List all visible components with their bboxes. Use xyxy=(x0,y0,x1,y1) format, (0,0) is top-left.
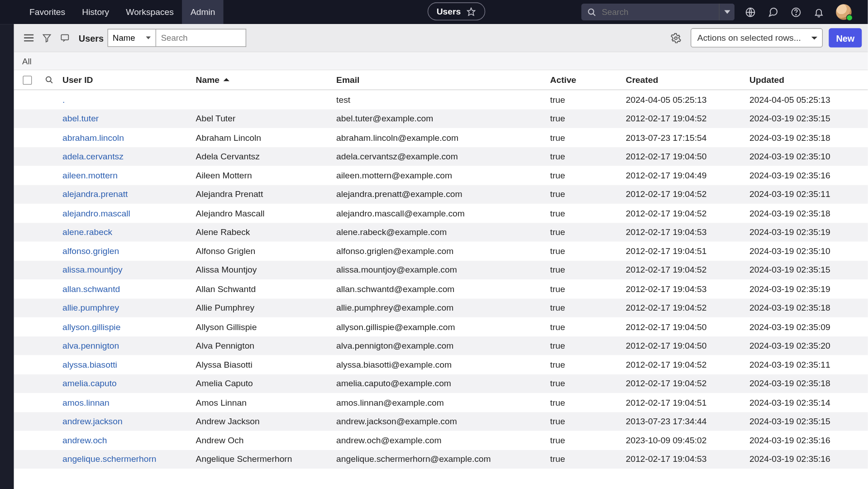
cell-created: 2012-02-17 19:04:52 xyxy=(626,379,749,388)
table-row[interactable]: alva.pennigtonAlva Pennigtonalva.pennigt… xyxy=(14,336,868,355)
select-all-checkbox[interactable] xyxy=(23,76,32,85)
nav-tab-workspaces[interactable]: Workspaces xyxy=(118,0,182,24)
menu-icon[interactable] xyxy=(20,29,38,47)
table-row[interactable]: angelique.schermerhornAngelique Schermer… xyxy=(14,450,868,469)
table-row[interactable]: alfonso.griglenAlfonso Griglenalfonso.gr… xyxy=(14,241,868,260)
filter-icon[interactable] xyxy=(38,29,56,47)
user-id-link[interactable]: allyson.gillispie xyxy=(62,322,120,331)
cell-updated: 2024-03-19 02:35:15 xyxy=(749,265,868,275)
cell-email: angelique.schermerhorn@example.com xyxy=(336,455,550,464)
cell-active: true xyxy=(550,436,626,445)
table-row[interactable]: amos.linnanAmos Linnanamos.linnan@exampl… xyxy=(14,393,868,412)
table-row[interactable]: alene.rabeckAlene Rabeckalene.rabeck@exa… xyxy=(14,223,868,242)
col-user-id[interactable]: User ID xyxy=(57,75,196,85)
user-id-link[interactable]: alejandro.mascall xyxy=(62,208,130,218)
table-row[interactable]: andrew.jacksonAndrew Jacksonandrew.jacks… xyxy=(14,412,868,431)
table-row[interactable]: alissa.mountjoyAlissa Mountjoyalissa.mou… xyxy=(14,260,868,279)
user-id-link[interactable]: alejandra.prenatt xyxy=(62,189,128,199)
table-row[interactable]: alyssa.biasottiAlyssa Biasottialyssa.bia… xyxy=(14,355,868,374)
svg-marker-10 xyxy=(43,35,51,42)
table-row[interactable]: allie.pumphreyAllie Pumphreyallie.pumphr… xyxy=(14,298,868,317)
cell-email: aileen.mottern@example.com xyxy=(336,171,550,180)
cell-updated: 2024-03-19 02:35:18 xyxy=(749,133,868,142)
cell-email: alene.rabeck@example.com xyxy=(336,227,550,237)
table-row[interactable]: alejandro.mascallAlejandro Mascallalejan… xyxy=(14,204,868,223)
col-created[interactable]: Created xyxy=(626,75,749,85)
table-row[interactable]: .testtrue2024-04-05 05:25:132024-04-05 0… xyxy=(14,90,868,109)
user-id-link[interactable]: alva.pennigton xyxy=(62,341,119,350)
comment-icon[interactable] xyxy=(56,29,74,47)
help-icon[interactable] xyxy=(790,7,801,18)
cell-email: allie.pumphrey@example.com xyxy=(336,303,550,312)
chat-icon[interactable] xyxy=(768,7,778,18)
cell-active: true xyxy=(550,246,626,256)
user-id-link[interactable]: amos.linnan xyxy=(62,398,110,407)
user-id-link[interactable]: . xyxy=(62,95,65,104)
user-id-link[interactable]: alissa.mountjoy xyxy=(62,265,123,275)
user-id-link[interactable]: abraham.lincoln xyxy=(62,133,124,142)
search-dropdown-toggle[interactable] xyxy=(719,4,734,20)
col-email[interactable]: Email xyxy=(336,75,550,85)
cell-updated: 2024-03-19 02:35:16 xyxy=(749,455,868,464)
search-icon xyxy=(586,7,597,18)
table-row[interactable]: amelia.caputoAmelia Caputoamelia.caputo@… xyxy=(14,374,868,393)
cell-active: true xyxy=(550,265,626,275)
user-id-link[interactable]: alene.rabeck xyxy=(62,227,112,237)
global-search-input[interactable] xyxy=(602,7,714,17)
cell-created: 2012-02-17 19:04:50 xyxy=(626,322,749,331)
globe-icon[interactable] xyxy=(744,7,755,18)
col-updated[interactable]: Updated xyxy=(749,75,868,85)
actions-dropdown[interactable]: Actions on selected rows... xyxy=(691,28,823,47)
svg-rect-11 xyxy=(61,35,68,40)
cell-name: Adela Cervantsz xyxy=(196,152,337,161)
table-row[interactable]: alejandra.prenattAlejandra Prenattalejan… xyxy=(14,185,868,204)
user-id-link[interactable]: andrew.och xyxy=(62,436,107,445)
table-row[interactable]: allan.schwantdAllan Schwantdallan.schwan… xyxy=(14,279,868,298)
col-active[interactable]: Active xyxy=(550,75,626,85)
user-id-link[interactable]: alyssa.biasotti xyxy=(62,360,117,369)
table-body: .testtrue2024-04-05 05:25:132024-04-05 0… xyxy=(14,90,868,469)
table-row[interactable]: allyson.gillispieAllyson Gillispieallyso… xyxy=(14,317,868,336)
nav-tab-favorites[interactable]: Favorites xyxy=(21,0,73,24)
table-row[interactable]: andrew.ochAndrew Ochandrew.och@example.c… xyxy=(14,431,868,450)
user-id-link[interactable]: abel.tuter xyxy=(62,114,99,123)
nav-tab-history[interactable]: History xyxy=(74,0,118,24)
user-id-link[interactable]: alfonso.griglen xyxy=(62,246,119,256)
cell-active: true xyxy=(550,284,626,293)
cell-active: true xyxy=(550,227,626,237)
search-field-dropdown[interactable]: Name xyxy=(107,29,156,47)
global-search[interactable] xyxy=(582,4,734,20)
list-search-input[interactable] xyxy=(156,29,246,47)
table-row[interactable]: abel.tuterAbel Tuterabel.tuter@example.c… xyxy=(14,109,868,128)
cell-active: true xyxy=(550,95,626,104)
new-button[interactable]: New xyxy=(829,28,862,47)
search-field-value: Name xyxy=(113,33,135,43)
table-row[interactable]: adela.cervantszAdela Cervantszadela.cerv… xyxy=(14,147,868,166)
user-id-link[interactable]: angelique.schermerhorn xyxy=(62,455,157,464)
cell-updated: 2024-04-05 05:25:13 xyxy=(749,95,868,104)
table-row[interactable]: aileen.motternAileen Motternaileen.motte… xyxy=(14,166,868,185)
gear-icon[interactable] xyxy=(667,29,685,47)
column-search-icon[interactable] xyxy=(44,75,55,86)
user-id-link[interactable]: allie.pumphrey xyxy=(62,303,119,312)
table-row[interactable]: abraham.lincolnAbraham Lincolnabraham.li… xyxy=(14,128,868,147)
cell-email: allan.schwantd@example.com xyxy=(336,284,550,293)
user-id-link[interactable]: amelia.caputo xyxy=(62,379,117,388)
avatar[interactable] xyxy=(836,4,852,20)
col-name[interactable]: Name xyxy=(196,75,337,85)
breadcrumb-pill[interactable]: Users xyxy=(428,2,486,20)
user-id-link[interactable]: aileen.mottern xyxy=(62,171,118,180)
user-id-link[interactable]: allan.schwantd xyxy=(62,284,120,293)
cell-email: test xyxy=(336,95,550,104)
cell-active: true xyxy=(550,171,626,180)
svg-line-15 xyxy=(50,81,52,83)
user-id-link[interactable]: andrew.jackson xyxy=(62,417,123,426)
bell-icon[interactable] xyxy=(813,7,824,18)
cell-email: abraham.lincoln@example.com xyxy=(336,133,550,142)
star-icon[interactable] xyxy=(466,6,477,17)
cell-active: true xyxy=(550,152,626,161)
user-id-link[interactable]: adela.cervantsz xyxy=(62,152,124,161)
cell-updated: 2024-03-19 02:35:19 xyxy=(749,284,868,293)
filter-all[interactable]: All xyxy=(22,56,32,66)
nav-tab-admin[interactable]: Admin xyxy=(182,0,224,24)
